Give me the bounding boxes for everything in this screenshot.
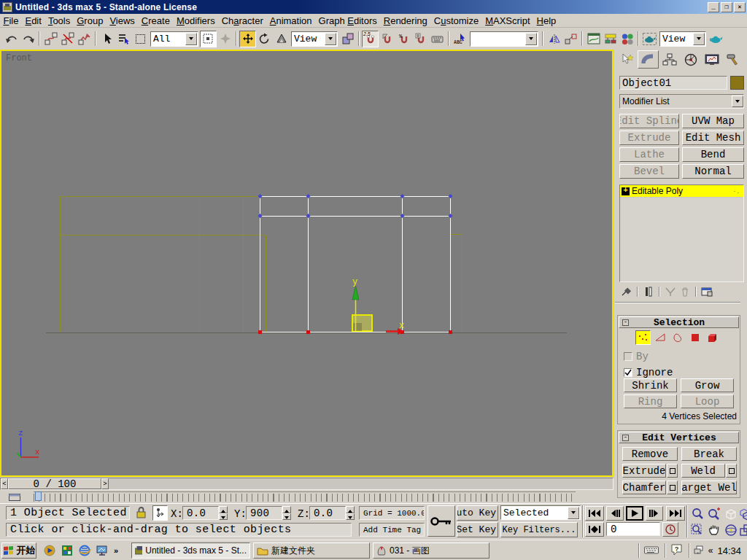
close-button[interactable]: ✕ bbox=[734, 2, 746, 12]
current-frame-marker[interactable] bbox=[35, 491, 42, 501]
next-frame-arrow[interactable]: > bbox=[101, 478, 109, 489]
dropdown-arrow-icon[interactable] bbox=[185, 33, 197, 45]
menu-file[interactable]: File bbox=[0, 14, 22, 28]
app-icon[interactable] bbox=[2, 2, 12, 12]
x-value-field[interactable]: 0.0 bbox=[182, 506, 219, 520]
unselected-vertices[interactable] bbox=[258, 194, 453, 218]
current-time-field[interactable]: 0 bbox=[606, 522, 660, 536]
menu-views[interactable]: Views bbox=[107, 14, 138, 28]
configure-modifier-sets-icon[interactable] bbox=[700, 286, 714, 298]
select-and-link-icon[interactable] bbox=[42, 31, 59, 47]
bind-to-spacewarp-icon[interactable] bbox=[76, 31, 93, 47]
reference-coord-dropdown[interactable]: View bbox=[291, 31, 338, 47]
menu-help[interactable]: Help bbox=[533, 14, 560, 28]
go-to-start-button[interactable] bbox=[585, 506, 604, 521]
tab-create[interactable] bbox=[616, 50, 638, 69]
zoom-extents-all-icon[interactable] bbox=[739, 506, 747, 521]
add-time-tag[interactable]: Add Time Tag bbox=[359, 523, 425, 537]
quicklaunch-chevron[interactable]: » bbox=[114, 546, 118, 555]
viewport-canvas[interactable]: y x z x bbox=[1, 51, 612, 475]
menu-create[interactable]: Create bbox=[138, 14, 173, 28]
tray-chevron[interactable]: « bbox=[708, 545, 713, 556]
selection-filter-dropdown[interactable]: All bbox=[150, 31, 198, 47]
restore-button[interactable]: ❐ bbox=[721, 2, 732, 12]
selection-region-icon[interactable] bbox=[132, 31, 149, 47]
button-bend[interactable]: Bend bbox=[682, 147, 744, 162]
task-3dsmax[interactable]: Untitled - 3ds max 5 - St... bbox=[131, 542, 250, 559]
polygon-mode-icon[interactable] bbox=[688, 330, 703, 345]
previous-frame-button[interactable] bbox=[606, 506, 624, 521]
snap-toggle-icon[interactable]: 2.5 bbox=[362, 31, 379, 47]
tab-hierarchy[interactable] bbox=[659, 50, 680, 69]
arc-rotate-icon[interactable] bbox=[723, 522, 738, 537]
tray-window-icon[interactable] bbox=[694, 545, 704, 557]
weld-button[interactable]: Weld bbox=[681, 464, 725, 478]
prev-frame-arrow[interactable]: < bbox=[1, 478, 8, 489]
ignore-backfacing-checkbox[interactable] bbox=[624, 368, 632, 377]
render-scene-icon[interactable] bbox=[641, 31, 658, 47]
dropdown-arrow-icon[interactable] bbox=[732, 96, 743, 107]
set-key-button[interactable]: Set Key bbox=[457, 522, 498, 537]
edit-vertices-rollout-header[interactable]: - Edit Vertices bbox=[619, 432, 739, 443]
task-paint[interactable]: 031 - 画图 bbox=[373, 542, 489, 559]
zoom-icon[interactable] bbox=[689, 506, 705, 521]
stack-item-editable-poly[interactable]: + Editable Poly ·. bbox=[620, 185, 743, 198]
modifier-stack-list[interactable]: + Editable Poly ·. bbox=[619, 184, 744, 282]
transform-typein-icon[interactable] bbox=[152, 505, 168, 521]
undo-icon[interactable] bbox=[3, 31, 20, 47]
y-spinner[interactable] bbox=[282, 506, 291, 520]
menu-character[interactable]: Character bbox=[218, 14, 266, 28]
start-button[interactable]: 开始 bbox=[1, 542, 36, 559]
menu-rendering[interactable]: Rendering bbox=[380, 14, 430, 28]
menu-edit[interactable]: Edit bbox=[22, 14, 44, 28]
break-button[interactable]: Break bbox=[681, 447, 737, 461]
quicklaunch-desktop-icon[interactable] bbox=[95, 544, 109, 557]
auto-key-button[interactable]: Auto Key bbox=[457, 505, 498, 521]
render-type-dropdown[interactable]: View bbox=[659, 31, 706, 47]
z-value-field[interactable]: 0.0 bbox=[309, 506, 346, 520]
menu-maxscript[interactable]: MAXScript bbox=[482, 14, 533, 28]
object-name-field[interactable]: Object01 bbox=[619, 76, 727, 90]
tray-keyboard-icon[interactable] bbox=[644, 545, 659, 557]
material-editor-icon[interactable] bbox=[619, 31, 635, 47]
remove-button[interactable]: Remove bbox=[622, 447, 678, 461]
key-mode-toggle-button[interactable] bbox=[585, 522, 604, 537]
go-to-end-button[interactable] bbox=[666, 506, 685, 521]
align-icon[interactable] bbox=[562, 31, 579, 47]
redo-icon[interactable] bbox=[20, 31, 36, 47]
edit-named-selections-icon[interactable]: ABC bbox=[452, 31, 468, 47]
keyboard-override-icon[interactable] bbox=[429, 31, 446, 47]
pan-icon[interactable] bbox=[706, 522, 721, 537]
shrink-button[interactable]: Shrink bbox=[624, 378, 677, 392]
z-spinner[interactable] bbox=[346, 506, 355, 520]
track-bar[interactable] bbox=[0, 491, 614, 502]
menu-modifiers[interactable]: Modifiers bbox=[173, 14, 218, 28]
min-max-toggle-icon[interactable] bbox=[739, 522, 747, 537]
y-value-field[interactable]: 900 bbox=[246, 506, 282, 520]
border-mode-icon[interactable] bbox=[670, 330, 686, 345]
key-filters-button[interactable]: Key Filters... bbox=[500, 522, 578, 537]
menu-animation[interactable]: Animation bbox=[266, 14, 315, 28]
unlink-selection-icon[interactable] bbox=[59, 31, 76, 47]
button-edit-mesh[interactable]: Edit Mesh bbox=[682, 131, 744, 145]
mini-curve-editor-icon[interactable] bbox=[9, 493, 20, 500]
region-zoom-icon[interactable] bbox=[689, 522, 705, 537]
button-uvw-map[interactable]: UVW Map bbox=[682, 114, 744, 128]
pin-stack-icon[interactable] bbox=[619, 286, 634, 298]
select-and-manipulate-icon[interactable] bbox=[217, 31, 233, 47]
use-pivot-center-icon[interactable] bbox=[339, 31, 356, 47]
menu-graph-editors[interactable]: Graph Editors bbox=[315, 14, 380, 28]
expand-icon[interactable]: + bbox=[622, 187, 630, 195]
viewport-front[interactable]: Front y x z bbox=[0, 50, 614, 477]
task-folder[interactable]: 新建文件夹 bbox=[253, 542, 370, 559]
remove-modifier-icon[interactable] bbox=[678, 286, 692, 298]
chamfer-button[interactable]: Chamfer bbox=[622, 481, 666, 494]
element-mode-icon[interactable] bbox=[705, 330, 721, 345]
spinner-snap-icon[interactable] bbox=[412, 31, 429, 47]
tab-motion[interactable] bbox=[680, 50, 701, 69]
time-slider-track[interactable]: < 0 / 100 > bbox=[0, 478, 614, 490]
tab-utilities[interactable] bbox=[722, 50, 743, 69]
time-configuration-button[interactable] bbox=[662, 522, 678, 537]
quick-render-icon[interactable] bbox=[708, 31, 724, 47]
minimize-button[interactable]: _ bbox=[708, 2, 719, 12]
